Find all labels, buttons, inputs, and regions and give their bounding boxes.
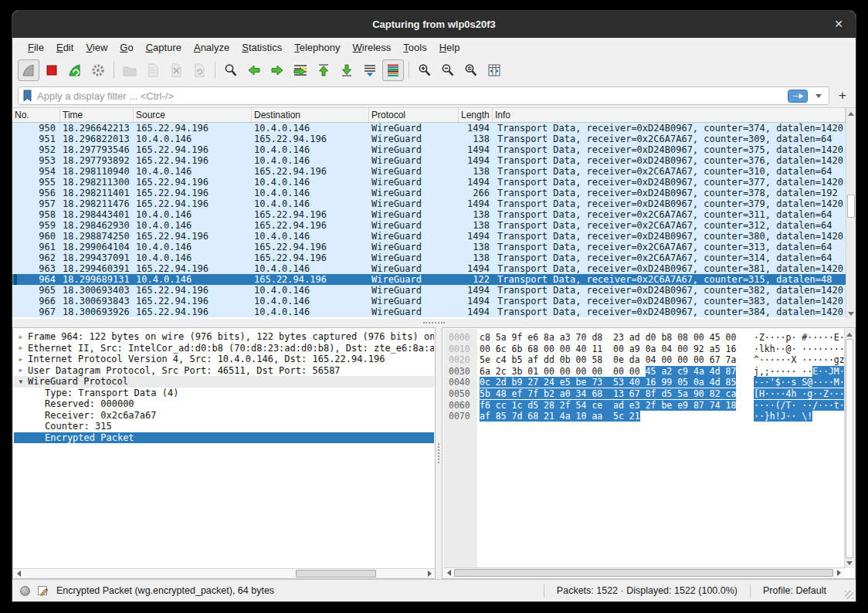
scroll-left-arrow[interactable] [14, 569, 23, 578]
expander-right-icon[interactable]: ▶ [14, 367, 28, 374]
hex-bytes[interactable]: af 85 7d 68 21 4a 10 aa 5c 21 [480, 411, 640, 422]
packet-row-951[interactable]: 95118.29682201310.4.0.146165.22.94.196Wi… [12, 134, 846, 144]
scroll-up-arrow[interactable] [845, 330, 854, 339]
close-window-button[interactable]: ✕ [834, 18, 843, 30]
menu-go[interactable]: Go [114, 39, 139, 56]
hex-bytes[interactable]: f6 cc 1c d5 28 2f 54 ce ad e3 2f be e9 8… [480, 400, 736, 411]
bytes-vscrollbar[interactable] [844, 329, 854, 568]
expander-down-icon[interactable]: ▼ [14, 378, 28, 385]
packet-row-957[interactable]: 95718.298211476165.22.94.19610.4.0.146Wi… [12, 198, 846, 209]
expander-right-icon[interactable]: ▶ [14, 334, 28, 340]
menu-tools[interactable]: Tools [397, 39, 432, 56]
scroll-thumb[interactable] [847, 195, 855, 218]
scroll-thumb[interactable] [296, 570, 376, 577]
ascii-bytes[interactable]: ····(/T· ··/···t· [754, 400, 844, 411]
zoom-reset-icon[interactable] [460, 59, 482, 81]
hex-bytes[interactable]: 6a 2c 3b 01 00 00 00 00 00 00 45 a2 c9 4… [480, 366, 736, 378]
hex-bytes[interactable]: 5b 48 ef 7f b2 a0 34 68 13 67 8f d5 5a 9… [480, 388, 736, 400]
display-filter-input[interactable]: Apply a display filter ... <Ctrl-/> [18, 86, 829, 105]
go-to-packet-icon[interactable] [290, 59, 311, 81]
packet-row-954[interactable]: 95418.29811094010.4.0.146165.22.94.196Wi… [12, 166, 846, 177]
scroll-down-arrow[interactable] [846, 309, 856, 318]
filter-history-caret[interactable] [815, 94, 822, 98]
ascii-bytes[interactable]: ^······X ······gz [754, 354, 844, 366]
packet-row-960[interactable]: 96018.298874250165.22.94.19610.4.0.146Wi… [12, 231, 846, 242]
scroll-right-arrow[interactable] [425, 569, 434, 578]
menu-statistics[interactable]: Statistics [236, 39, 288, 56]
ascii-bytes[interactable]: [H····4h ·g··Z··· [754, 388, 844, 400]
restart-capture-icon[interactable] [64, 59, 86, 81]
packet-row-955[interactable]: 95518.298211300165.22.94.19610.4.0.146Wi… [12, 177, 846, 188]
hex-row-0070[interactable]: 0070af 85 7d 68 21 4a 10 aa 5c 21··}h!J·… [443, 411, 844, 422]
hex-row-0060[interactable]: 0060f6 cc 1c d5 28 2f 54 ce ad e3 2f be … [443, 400, 844, 411]
hex-row-0050[interactable]: 00505b 48 ef 7f b2 a0 34 68 13 67 8f d5 … [443, 388, 844, 400]
hex-row-0030[interactable]: 00306a 2c 3b 01 00 00 00 00 00 00 45 a2 … [443, 366, 844, 378]
auto-scroll-icon[interactable] [359, 59, 381, 81]
zoom-out-icon[interactable] [437, 59, 459, 81]
add-filter-button[interactable]: + [835, 88, 850, 103]
find-packet-icon[interactable] [220, 59, 242, 81]
ascii-bytes[interactable]: ··}h!J·· \! [754, 411, 812, 422]
scroll-down-arrow[interactable] [845, 558, 854, 567]
column-header-dst[interactable]: Destination [252, 108, 369, 122]
scroll-thumb[interactable] [454, 569, 833, 577]
save-file-icon[interactable] [142, 59, 164, 81]
scroll-up-arrow[interactable] [846, 109, 856, 118]
hex-bytes[interactable]: c8 5a 9f e6 8a a3 70 d8 23 ad d0 b8 08 0… [480, 332, 736, 344]
detail-row[interactable]: ▶Internet Protocol Version 4, Src: 10.4.… [14, 354, 434, 365]
resize-columns-icon[interactable] [483, 59, 505, 81]
column-header-src[interactable]: Source [134, 108, 252, 122]
ascii-bytes[interactable]: ·Z····p· #·····E· [754, 332, 844, 344]
column-header-no[interactable]: No. [12, 108, 60, 122]
vertical-pane-splitter[interactable] [436, 327, 442, 579]
scroll-left-arrow[interactable] [444, 568, 453, 577]
go-back-icon[interactable] [243, 59, 265, 81]
details-hscrollbar[interactable] [13, 568, 435, 578]
menu-view[interactable]: View [80, 39, 114, 56]
zoom-in-icon[interactable] [414, 59, 436, 81]
hex-row-0010[interactable]: 001000 6c 6b 68 00 00 40 11 00 a9 0a 04 … [443, 344, 844, 355]
go-last-icon[interactable] [336, 59, 358, 81]
open-file-icon[interactable] [119, 59, 141, 81]
packet-row-967[interactable]: 96718.300693926165.22.94.19610.4.0.146Wi… [12, 306, 846, 317]
detail-row[interactable]: Reserved: 000000 [14, 398, 434, 410]
start-capture-icon[interactable] [18, 59, 39, 81]
menu-wireless[interactable]: Wireless [347, 39, 398, 56]
menu-help[interactable]: Help [433, 39, 466, 56]
bytes-hscrollbar[interactable] [443, 567, 844, 577]
packet-row-958[interactable]: 95818.29844340110.4.0.146165.22.94.196Wi… [12, 209, 846, 220]
detail-row[interactable]: ▶Frame 964: 122 bytes on wire (976 bits)… [14, 331, 434, 343]
detail-row[interactable]: Type: Transport Data (4) [14, 388, 434, 399]
hex-row-0040[interactable]: 00400c 2d b9 27 24 e5 be 73 53 40 16 99 … [443, 377, 844, 388]
packet-row-950[interactable]: 95018.296642213165.22.94.19610.4.0.146Wi… [12, 123, 846, 134]
detail-row[interactable]: ▼WireGuard Protocol [14, 376, 434, 388]
packet-row-962[interactable]: 96218.29943709110.4.0.146165.22.94.196Wi… [12, 252, 846, 263]
capture-comment-icon[interactable] [37, 584, 49, 597]
detail-row[interactable]: Counter: 315 [14, 421, 434, 432]
scroll-thumb[interactable] [846, 339, 853, 558]
bookmark-icon[interactable] [22, 90, 32, 102]
hex-bytes[interactable]: 5e c4 b5 af dd 0b 00 58 0e da 04 00 00 0… [480, 354, 736, 366]
ascii-bytes[interactable]: ·-·'$··s S@····M· [754, 377, 844, 388]
close-file-icon[interactable] [165, 59, 187, 81]
packet-row-963[interactable]: 96318.299460391165.22.94.19610.4.0.146Wi… [12, 263, 846, 274]
go-first-icon[interactable] [313, 59, 334, 81]
menu-analyze[interactable]: Analyze [188, 39, 236, 56]
detail-row[interactable]: ▶User Datagram Protocol, Src Port: 46511… [14, 365, 434, 377]
detail-row[interactable]: Encrypted Packet [14, 432, 434, 444]
packet-row-964[interactable]: 96418.29968913110.4.0.146165.22.94.196Wi… [12, 274, 846, 285]
packet-row-965[interactable]: 96518.300693403165.22.94.19610.4.0.146Wi… [12, 285, 846, 296]
go-forward-icon[interactable] [266, 59, 288, 81]
horizontal-pane-splitter[interactable] [12, 319, 856, 327]
titlebar[interactable]: Capturing from wlp0s20f3 ✕ [12, 11, 856, 38]
menu-edit[interactable]: Edit [50, 39, 80, 56]
packet-row-959[interactable]: 95918.29846293010.4.0.146165.22.94.196Wi… [12, 220, 846, 231]
hex-bytes[interactable]: 0c 2d b9 27 24 e5 be 73 53 40 16 99 05 0… [480, 377, 736, 388]
menu-capture[interactable]: Capture [140, 39, 188, 56]
reload-file-icon[interactable] [188, 59, 210, 81]
status-profile[interactable]: Profile: Default [763, 585, 826, 596]
ascii-bytes[interactable]: j,;····· ··E··JM· [754, 366, 844, 378]
apply-filter-button[interactable] [788, 90, 808, 103]
stop-capture-icon[interactable] [41, 59, 63, 81]
capture-options-icon[interactable] [87, 59, 109, 81]
